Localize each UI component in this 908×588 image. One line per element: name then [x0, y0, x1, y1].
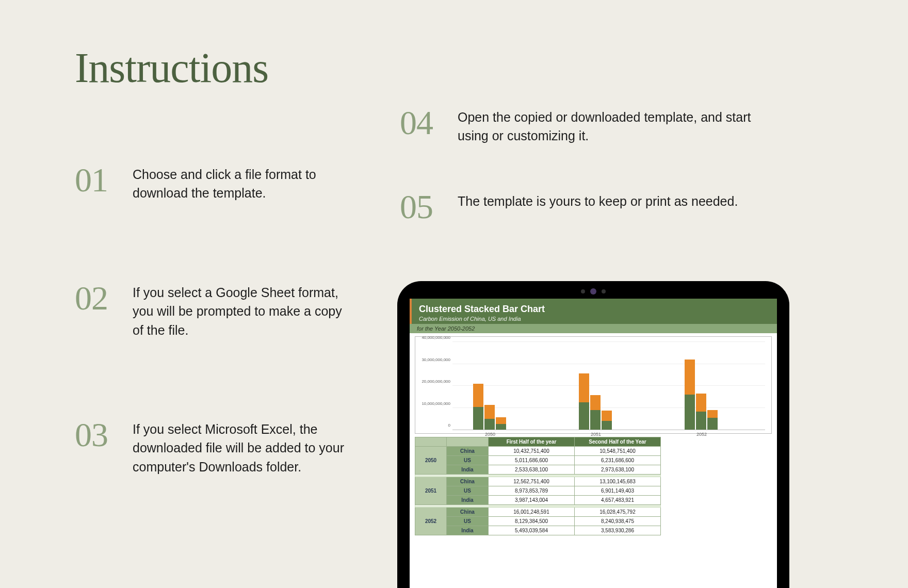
value-cell: 10,548,751,400 — [575, 447, 661, 456]
instruction-step-05: 05 The template is yours to keep or prin… — [400, 190, 738, 224]
table-row: US 8,973,853,789 6,901,149,403 — [415, 486, 661, 496]
country-cell: China — [447, 477, 489, 486]
data-table: First Half of the year Second Half of th… — [415, 437, 661, 535]
country-cell: China — [447, 447, 489, 456]
step-text: Open the copied or downloaded template, … — [458, 106, 777, 145]
table-row: India 3,987,143,004 4,657,483,921 — [415, 496, 661, 505]
y-tick: 40,000,000,000 — [419, 335, 450, 340]
table-row: 2050 China 10,432,751,400 10,548,751,400 — [415, 447, 661, 456]
x-tick: 2052 — [696, 432, 707, 437]
instruction-step-04: 04 Open the copied or downloaded templat… — [400, 106, 777, 145]
tablet-camera-icon — [590, 288, 596, 295]
country-cell: China — [447, 508, 489, 517]
value-cell: 8,129,384,500 — [489, 517, 575, 526]
table-block-2050: 2050 China 10,432,751,400 10,548,751,400… — [415, 447, 661, 475]
tablet-sensors — [581, 288, 606, 295]
chart-container: 0 10,000,000,000 20,000,000,000 30,000,0… — [415, 336, 772, 434]
table-block-2051: 2051 China 12,562,751,400 13,100,145,683… — [415, 477, 661, 505]
tablet-mockup: Clustered Stacked Bar Chart Carbon Emiss… — [397, 281, 789, 588]
year-cell: 2050 — [415, 447, 447, 475]
country-cell: India — [447, 496, 489, 505]
step-number: 04 — [400, 106, 458, 140]
value-cell: 10,432,751,400 — [489, 447, 575, 456]
country-cell: US — [447, 517, 489, 526]
value-cell: 3,987,143,004 — [489, 496, 575, 505]
table-row: US 8,129,384,500 8,240,938,475 — [415, 517, 661, 526]
table-row: India 5,493,039,584 3,583,930,286 — [415, 526, 661, 535]
table-header-col2: Second Half of the Year — [575, 437, 661, 447]
instruction-step-02: 02 If you select a Google Sheet format, … — [75, 281, 349, 339]
year-cell: 2052 — [415, 508, 447, 535]
value-cell: 8,240,938,475 — [575, 517, 661, 526]
country-cell: US — [447, 486, 489, 496]
y-tick: 30,000,000,000 — [419, 357, 450, 362]
value-cell: 16,001,248,591 — [489, 508, 575, 517]
table-row: 2052 China 16,001,248,591 16,028,475,792 — [415, 508, 661, 517]
step-text: Choose and click a file format to downlo… — [133, 163, 349, 203]
instruction-step-03: 03 If you select Microsoft Excel, the do… — [75, 418, 349, 476]
chart-note: for the Year 2050-2052 — [410, 324, 777, 333]
step-number: 01 — [75, 163, 133, 197]
value-cell: 6,231,686,600 — [575, 456, 661, 465]
value-cell: 13,100,145,683 — [575, 477, 661, 486]
x-tick: 2050 — [485, 432, 495, 437]
value-cell: 6,901,149,403 — [575, 486, 661, 496]
table-header-col1: First Half of the year — [489, 437, 575, 447]
value-cell: 16,028,475,792 — [575, 508, 661, 517]
table-row: India 2,533,638,100 2,973,638,100 — [415, 465, 661, 475]
sheet-header: Clustered Stacked Bar Chart Carbon Emiss… — [410, 299, 777, 324]
country-cell: India — [447, 465, 489, 475]
table-row: 2051 China 12,562,751,400 13,100,145,683 — [415, 477, 661, 486]
value-cell: 2,533,638,100 — [489, 465, 575, 475]
x-tick: 2051 — [591, 432, 601, 437]
step-number: 03 — [75, 418, 133, 452]
step-text: If you select Microsoft Excel, the downl… — [133, 418, 349, 476]
value-cell: 5,011,686,600 — [489, 456, 575, 465]
tablet-screen: Clustered Stacked Bar Chart Carbon Emiss… — [410, 299, 777, 588]
value-cell: 5,493,039,584 — [489, 526, 575, 535]
value-cell: 12,562,751,400 — [489, 477, 575, 486]
chart-plot: 0 10,000,000,000 20,000,000,000 30,000,0… — [452, 342, 765, 430]
step-text: If you select a Google Sheet format, you… — [133, 281, 349, 339]
table-block-2052: 2052 China 16,001,248,591 16,028,475,792… — [415, 508, 661, 535]
value-cell: 3,583,930,286 — [575, 526, 661, 535]
page-title: Instructions — [75, 44, 268, 92]
country-cell: US — [447, 456, 489, 465]
y-tick: 10,000,000,000 — [419, 401, 450, 405]
tablet-dot-icon — [602, 289, 606, 293]
step-number: 02 — [75, 281, 133, 315]
value-cell: 8,973,853,789 — [489, 486, 575, 496]
y-tick: 0 — [419, 423, 450, 428]
instruction-step-01: 01 Choose and click a file format to dow… — [75, 163, 349, 203]
table-row: US 5,011,686,600 6,231,686,600 — [415, 456, 661, 465]
value-cell: 4,657,483,921 — [575, 496, 661, 505]
step-text: The template is yours to keep or print a… — [458, 190, 738, 210]
country-cell: India — [447, 526, 489, 535]
chart-title: Clustered Stacked Bar Chart — [419, 304, 770, 315]
chart-subtitle: Carbon Emission of China, US and India — [419, 316, 770, 322]
year-cell: 2051 — [415, 477, 447, 505]
tablet-dot-icon — [581, 289, 585, 293]
step-number: 05 — [400, 190, 458, 224]
value-cell: 2,973,638,100 — [575, 465, 661, 475]
y-tick: 20,000,000,000 — [419, 379, 450, 384]
